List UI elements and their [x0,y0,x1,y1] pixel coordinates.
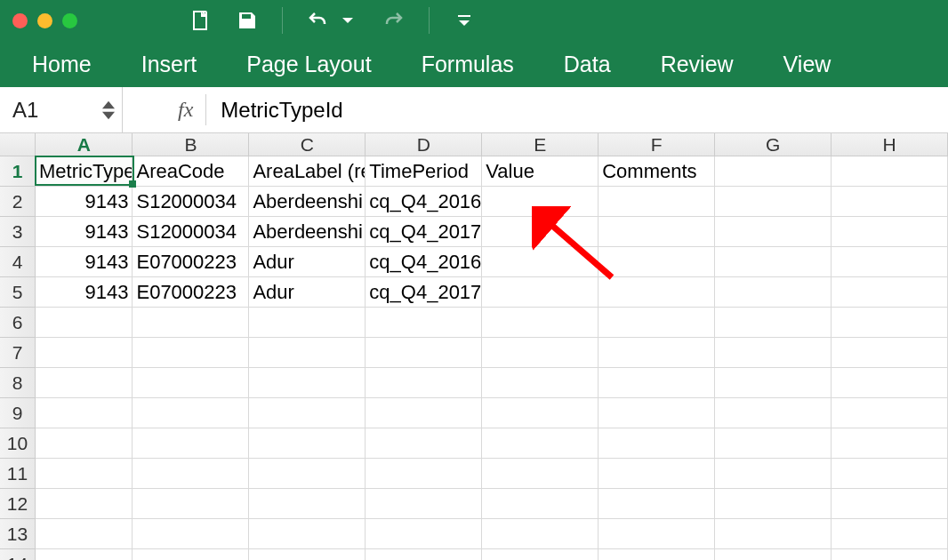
cell[interactable] [482,277,599,308]
close-button[interactable] [12,13,28,28]
cell[interactable] [832,428,948,459]
cell[interactable]: cq_Q4_2017 [366,217,482,247]
row-header-8[interactable]: 8 [0,368,36,398]
cell[interactable] [599,338,715,368]
undo-dropdown-icon[interactable] [336,9,359,32]
cell[interactable]: E07000223 [133,277,249,308]
cell[interactable] [599,217,715,247]
cell[interactable] [36,428,133,459]
cell[interactable] [366,428,482,459]
cell[interactable] [715,156,832,187]
cell[interactable] [482,428,599,459]
cell[interactable]: Comments [599,156,715,187]
cell[interactable] [832,519,948,549]
cell[interactable] [599,398,715,428]
cell[interactable] [832,368,948,398]
cell[interactable] [715,519,832,549]
row-header-9[interactable]: 9 [0,398,36,428]
cell[interactable] [366,489,482,519]
row-header-6[interactable]: 6 [0,308,36,338]
cell[interactable] [366,308,482,338]
cell[interactable] [715,308,832,338]
cell[interactable] [715,428,832,459]
cell[interactable] [715,489,832,519]
tab-view[interactable]: View [783,52,832,77]
cell[interactable] [36,338,133,368]
name-box[interactable]: A1 [9,87,123,132]
cell[interactable] [832,549,948,560]
cell[interactable] [366,398,482,428]
cell[interactable] [482,187,599,217]
cell[interactable] [249,308,366,338]
cell[interactable] [133,338,249,368]
row-header-10[interactable]: 10 [0,428,36,459]
cell[interactable]: cq_Q4_2016 [366,247,482,277]
cell[interactable] [715,277,832,308]
minimize-button[interactable] [37,13,52,28]
column-header-e[interactable]: E [482,133,599,156]
cell[interactable] [832,308,948,338]
cell[interactable] [482,308,599,338]
cell[interactable] [832,217,948,247]
cell[interactable] [482,368,599,398]
tab-review[interactable]: Review [661,52,734,77]
column-header-d[interactable]: D [366,133,482,156]
cell[interactable]: AreaCode [133,156,249,187]
cell[interactable] [366,519,482,549]
cell[interactable] [133,308,249,338]
cell[interactable] [133,549,249,560]
column-header-a[interactable]: A [36,133,133,156]
cell[interactable] [715,398,832,428]
cell[interactable] [832,187,948,217]
row-header-11[interactable]: 11 [0,459,36,489]
cell[interactable] [599,549,715,560]
row-header-7[interactable]: 7 [0,338,36,368]
cell[interactable]: Aberdeenshi [249,217,366,247]
cell[interactable]: E07000223 [133,247,249,277]
cell[interactable] [599,428,715,459]
cell[interactable] [715,368,832,398]
tab-page-layout[interactable]: Page Layout [246,52,371,77]
cell[interactable] [832,247,948,277]
cell[interactable] [715,187,832,217]
cell[interactable] [249,428,366,459]
cell[interactable]: S12000034 [133,187,249,217]
cell[interactable] [366,549,482,560]
cell[interactable] [249,338,366,368]
cell[interactable] [366,338,482,368]
cell[interactable] [249,519,366,549]
row-header-3[interactable]: 3 [0,217,36,247]
cell[interactable] [482,247,599,277]
cell[interactable] [249,368,366,398]
cell[interactable]: 9143 [36,247,133,277]
cell[interactable] [599,459,715,489]
cell[interactable] [832,459,948,489]
cell[interactable] [599,247,715,277]
cell[interactable]: Adur [249,277,366,308]
cell[interactable] [832,489,948,519]
cell[interactable] [715,217,832,247]
cell[interactable] [36,368,133,398]
column-header-g[interactable]: G [715,133,832,156]
cell[interactable] [133,428,249,459]
cell[interactable] [832,277,948,308]
cell[interactable] [832,398,948,428]
select-all-corner[interactable] [0,133,36,156]
row-header-12[interactable]: 12 [0,489,36,519]
cell[interactable]: cq_Q4_2016 [366,187,482,217]
column-header-b[interactable]: B [133,133,249,156]
cell[interactable]: TimePeriod [366,156,482,187]
cell[interactable]: S12000034 [133,217,249,247]
cell[interactable] [715,549,832,560]
cell[interactable] [599,489,715,519]
cell[interactable] [36,519,133,549]
cell[interactable] [249,489,366,519]
row-header-1[interactable]: 1 [0,156,36,187]
cell[interactable] [36,398,133,428]
tab-insert[interactable]: Insert [141,52,197,77]
cell[interactable] [599,519,715,549]
cell[interactable] [482,217,599,247]
name-box-stepper[interactable] [102,100,115,120]
cell[interactable] [715,338,832,368]
cell[interactable] [133,519,249,549]
